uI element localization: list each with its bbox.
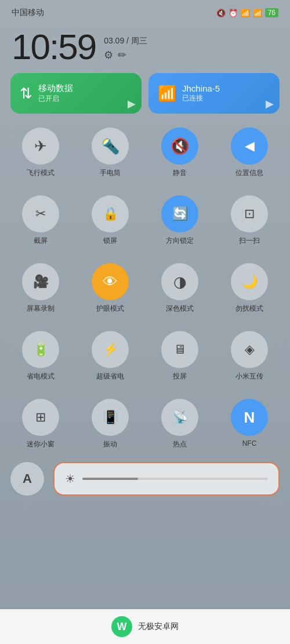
clock-display: 10:59 — [12, 29, 96, 65]
donotdisturb-btn[interactable]: 🌙 — [231, 263, 268, 300]
hotspot-btn[interactable]: 📡 — [161, 399, 198, 436]
mobile-data-subtitle: 已开启 — [38, 94, 73, 104]
nfc-item[interactable]: N NFC — [215, 393, 284, 454]
date-action-icons: ⚙ ✏ — [104, 49, 147, 61]
mobile-data-tile[interactable]: ⇅ 移动数据 已开启 ▶ — [10, 73, 142, 114]
super-saver-label: 超级省电 — [96, 372, 124, 381]
scan-btn[interactable]: ⊡ — [231, 195, 268, 232]
time-area: 10:59 03.09 / 周三 ⚙ ✏ — [0, 23, 290, 68]
alarm-icon: ⏰ — [229, 9, 238, 17]
orientation-label: 方向锁定 — [166, 236, 194, 246]
battery-saver-label: 省电模式 — [27, 372, 55, 381]
control-grid-row5: ⊞ 迷你小窗 📳 振动 📡 热点 N NFC — [0, 390, 290, 457]
darkmode-item[interactable]: ◑ 深色模式 — [145, 257, 215, 318]
super-saver-item[interactable]: ⚡ 超级省电 — [75, 325, 145, 386]
wifi-tile[interactable]: 📶 Jhchina-5 已连接 ▶ — [148, 73, 280, 114]
battery-saver-btn[interactable]: 🔋 — [22, 331, 59, 368]
super-saver-btn[interactable]: ⚡ — [92, 331, 129, 368]
screenrecord-item[interactable]: 🎥 屏幕录制 — [6, 257, 75, 318]
eyecare-btn[interactable]: 👁 — [92, 263, 129, 300]
hotspot-item[interactable]: 📡 热点 — [145, 393, 215, 454]
airplane-item[interactable]: ✈ 飞行模式 — [6, 122, 75, 183]
scan-item[interactable]: ⊡ 扫一扫 — [215, 190, 284, 250]
brightness-bar[interactable]: ☀ — [53, 462, 280, 496]
cast-btn[interactable]: 🖥 — [161, 331, 198, 368]
vibration-label: 振动 — [103, 439, 117, 449]
screenrecord-label: 屏幕录制 — [27, 304, 55, 314]
watermark-logo: W — [111, 616, 132, 637]
mini-window-item[interactable]: ⊞ 迷你小窗 — [6, 393, 75, 454]
carrier-text: 中国移动 — [12, 8, 44, 18]
quick-tiles-row: ⇅ 移动数据 已开启 ▶ 📶 Jhchina-5 已连接 ▶ — [0, 68, 290, 118]
wifi-tile-icon: 📶 — [158, 85, 176, 103]
cast-item[interactable]: 🖥 投屏 — [145, 325, 215, 386]
lockscreen-label: 锁屏 — [103, 236, 117, 246]
brightness-icon: ☀ — [65, 472, 75, 486]
location-label: 位置信息 — [235, 168, 263, 178]
mini-window-label: 迷你小窗 — [27, 439, 55, 449]
donotdisturb-item[interactable]: 🌙 勿扰模式 — [215, 257, 284, 318]
wifi-tile-subtitle: 已连接 — [182, 93, 220, 103]
settings-icon[interactable]: ⚙ — [104, 49, 113, 61]
battery-icon: 76 — [265, 8, 278, 17]
screenshot-label: 截屏 — [34, 236, 48, 246]
airplane-label: 飞行模式 — [27, 168, 55, 178]
orientation-btn[interactable]: 🔄 — [161, 195, 198, 232]
flashlight-btn[interactable]: 🔦 — [92, 128, 129, 165]
vibration-item[interactable]: 📳 振动 — [75, 393, 145, 454]
mobile-data-arrow: ▶ — [128, 97, 136, 110]
mini-window-btn[interactable]: ⊞ — [22, 399, 59, 436]
eyecare-label: 护眼模式 — [96, 304, 124, 314]
donotdisturb-label: 勿扰模式 — [235, 304, 263, 314]
vibration-btn[interactable]: 📳 — [92, 399, 129, 436]
screenrecord-btn[interactable]: 🎥 — [22, 263, 59, 300]
location-btn[interactable]: ◀ — [231, 128, 268, 165]
status-bar: 中国移动 🔇 ⏰ 📶 📶 76 — [0, 0, 290, 23]
airplane-btn[interactable]: ✈ — [22, 128, 59, 165]
control-grid-row2: ✂ 截屏 🔒 锁屏 🔄 方向锁定 ⊡ 扫一扫 — [0, 186, 290, 254]
edit-icon[interactable]: ✏ — [118, 49, 126, 61]
darkmode-btn[interactable]: ◑ — [161, 263, 198, 300]
mi-transfer-btn[interactable]: ◈ — [231, 331, 268, 368]
wifi-status-icon: 📶 — [253, 9, 262, 17]
silent-item[interactable]: 🔇 静音 — [145, 122, 215, 183]
status-icons: 🔇 ⏰ 📶 📶 76 — [216, 8, 278, 17]
silent-label: 静音 — [173, 168, 187, 178]
eyecare-item[interactable]: 👁 护眼模式 — [75, 257, 145, 318]
control-grid-row4: 🔋 省电模式 ⚡ 超级省电 🖥 投屏 ◈ 小米互传 — [0, 322, 290, 390]
flashlight-label: 手电筒 — [100, 168, 121, 178]
wifi-tile-title: Jhchina-5 — [182, 83, 220, 93]
mi-transfer-label: 小米互传 — [235, 372, 263, 381]
mi-transfer-item[interactable]: ◈ 小米互传 — [215, 325, 284, 386]
silent-btn[interactable]: 🔇 — [161, 128, 198, 165]
orientation-item[interactable]: 🔄 方向锁定 — [145, 190, 215, 250]
font-size-button[interactable]: A — [10, 462, 44, 496]
flashlight-item[interactable]: 🔦 手电筒 — [75, 122, 145, 183]
brightness-track — [82, 478, 268, 480]
mobile-data-text: 移动数据 已开启 — [38, 83, 73, 104]
lockscreen-btn[interactable]: 🔒 — [92, 195, 129, 232]
darkmode-label: 深色模式 — [166, 304, 194, 314]
watermark-bar: W 无极安卓网 — [0, 609, 290, 644]
brightness-fill — [82, 478, 138, 480]
watermark-text: 无极安卓网 — [138, 621, 179, 632]
mobile-data-icon: ⇅ — [20, 85, 32, 103]
control-grid-row3: 🎥 屏幕录制 👁 护眼模式 ◑ 深色模式 🌙 勿扰模式 — [0, 254, 290, 322]
nfc-btn[interactable]: N — [231, 399, 268, 436]
wifi-tile-text: Jhchina-5 已连接 — [182, 83, 220, 103]
cast-label: 投屏 — [173, 372, 187, 381]
watermark-site: 无极安卓网 — [138, 621, 179, 631]
screenshot-item[interactable]: ✂ 截屏 — [6, 190, 75, 250]
lockscreen-item[interactable]: 🔒 锁屏 — [75, 190, 145, 250]
nfc-label: NFC — [242, 439, 257, 447]
scan-label: 扫一扫 — [239, 236, 260, 246]
location-item[interactable]: ◀ 位置信息 — [215, 122, 284, 183]
battery-saver-item[interactable]: 🔋 省电模式 — [6, 325, 75, 386]
screenshot-btn[interactable]: ✂ — [22, 195, 59, 232]
hotspot-label: 热点 — [173, 439, 187, 449]
wifi-tile-arrow: ▶ — [266, 97, 274, 110]
date-text: 03.09 / 周三 — [104, 36, 147, 46]
brightness-section: A ☀ — [0, 457, 290, 503]
mobile-data-title: 移动数据 — [38, 83, 73, 94]
control-grid-row1: ✈ 飞行模式 🔦 手电筒 🔇 静音 ◀ 位置信息 — [0, 118, 290, 186]
